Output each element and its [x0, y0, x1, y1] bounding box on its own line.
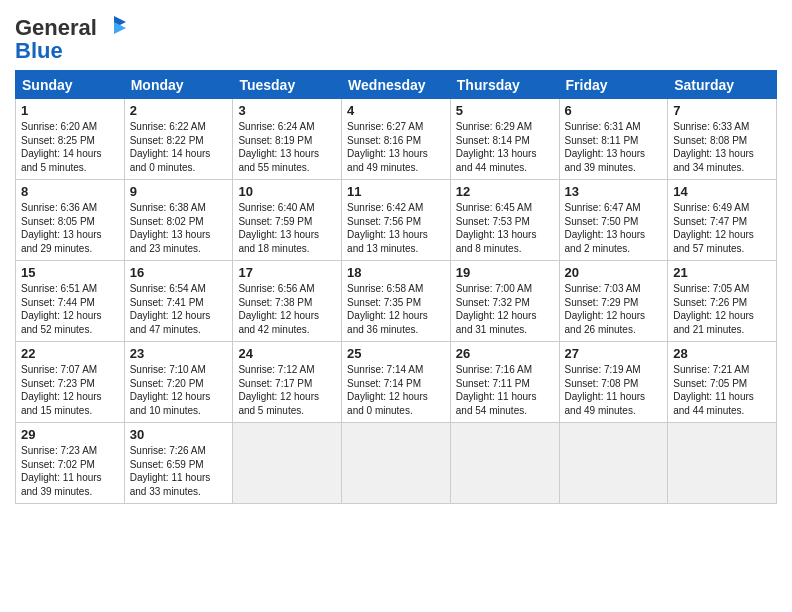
calendar-cell: 6Sunrise: 6:31 AMSunset: 8:11 PMDaylight… [559, 99, 668, 180]
day-number: 6 [565, 103, 663, 118]
calendar-cell: 3Sunrise: 6:24 AMSunset: 8:19 PMDaylight… [233, 99, 342, 180]
day-info: Sunrise: 7:10 AMSunset: 7:20 PMDaylight:… [130, 363, 228, 417]
page-header: General Blue [15, 10, 777, 64]
day-info: Sunrise: 7:07 AMSunset: 7:23 PMDaylight:… [21, 363, 119, 417]
day-number: 22 [21, 346, 119, 361]
calendar-cell: 10Sunrise: 6:40 AMSunset: 7:59 PMDayligh… [233, 180, 342, 261]
calendar-week-5: 29Sunrise: 7:23 AMSunset: 7:02 PMDayligh… [16, 423, 777, 504]
calendar-cell: 8Sunrise: 6:36 AMSunset: 8:05 PMDaylight… [16, 180, 125, 261]
calendar-cell: 1Sunrise: 6:20 AMSunset: 8:25 PMDaylight… [16, 99, 125, 180]
day-number: 21 [673, 265, 771, 280]
calendar-cell: 26Sunrise: 7:16 AMSunset: 7:11 PMDayligh… [450, 342, 559, 423]
day-number: 10 [238, 184, 336, 199]
day-number: 30 [130, 427, 228, 442]
calendar-cell: 16Sunrise: 6:54 AMSunset: 7:41 PMDayligh… [124, 261, 233, 342]
day-info: Sunrise: 7:05 AMSunset: 7:26 PMDaylight:… [673, 282, 771, 336]
calendar-cell: 30Sunrise: 7:26 AMSunset: 6:59 PMDayligh… [124, 423, 233, 504]
calendar-cell [559, 423, 668, 504]
calendar-cell [450, 423, 559, 504]
day-info: Sunrise: 6:33 AMSunset: 8:08 PMDaylight:… [673, 120, 771, 174]
weekday-header-wednesday: Wednesday [342, 71, 451, 99]
weekday-header-thursday: Thursday [450, 71, 559, 99]
calendar-cell: 11Sunrise: 6:42 AMSunset: 7:56 PMDayligh… [342, 180, 451, 261]
weekday-header-friday: Friday [559, 71, 668, 99]
day-info: Sunrise: 6:27 AMSunset: 8:16 PMDaylight:… [347, 120, 445, 174]
day-info: Sunrise: 7:00 AMSunset: 7:32 PMDaylight:… [456, 282, 554, 336]
calendar-cell: 7Sunrise: 6:33 AMSunset: 8:08 PMDaylight… [668, 99, 777, 180]
calendar-cell: 15Sunrise: 6:51 AMSunset: 7:44 PMDayligh… [16, 261, 125, 342]
day-info: Sunrise: 6:40 AMSunset: 7:59 PMDaylight:… [238, 201, 336, 255]
day-number: 24 [238, 346, 336, 361]
day-info: Sunrise: 7:16 AMSunset: 7:11 PMDaylight:… [456, 363, 554, 417]
calendar-cell [233, 423, 342, 504]
calendar-week-4: 22Sunrise: 7:07 AMSunset: 7:23 PMDayligh… [16, 342, 777, 423]
day-number: 4 [347, 103, 445, 118]
day-info: Sunrise: 7:12 AMSunset: 7:17 PMDaylight:… [238, 363, 336, 417]
weekday-header-monday: Monday [124, 71, 233, 99]
day-info: Sunrise: 6:47 AMSunset: 7:50 PMDaylight:… [565, 201, 663, 255]
calendar-cell: 14Sunrise: 6:49 AMSunset: 7:47 PMDayligh… [668, 180, 777, 261]
calendar-cell: 9Sunrise: 6:38 AMSunset: 8:02 PMDaylight… [124, 180, 233, 261]
day-info: Sunrise: 6:51 AMSunset: 7:44 PMDaylight:… [21, 282, 119, 336]
logo: General Blue [15, 14, 128, 64]
day-number: 18 [347, 265, 445, 280]
calendar-cell: 20Sunrise: 7:03 AMSunset: 7:29 PMDayligh… [559, 261, 668, 342]
calendar-table: SundayMondayTuesdayWednesdayThursdayFrid… [15, 70, 777, 504]
day-info: Sunrise: 6:20 AMSunset: 8:25 PMDaylight:… [21, 120, 119, 174]
calendar-cell: 22Sunrise: 7:07 AMSunset: 7:23 PMDayligh… [16, 342, 125, 423]
day-number: 5 [456, 103, 554, 118]
day-info: Sunrise: 6:54 AMSunset: 7:41 PMDaylight:… [130, 282, 228, 336]
calendar-cell: 29Sunrise: 7:23 AMSunset: 7:02 PMDayligh… [16, 423, 125, 504]
logo-flag-icon [100, 14, 128, 42]
day-number: 19 [456, 265, 554, 280]
calendar-cell [668, 423, 777, 504]
day-number: 16 [130, 265, 228, 280]
day-info: Sunrise: 6:36 AMSunset: 8:05 PMDaylight:… [21, 201, 119, 255]
day-number: 7 [673, 103, 771, 118]
calendar-cell: 5Sunrise: 6:29 AMSunset: 8:14 PMDaylight… [450, 99, 559, 180]
day-info: Sunrise: 6:31 AMSunset: 8:11 PMDaylight:… [565, 120, 663, 174]
day-info: Sunrise: 6:58 AMSunset: 7:35 PMDaylight:… [347, 282, 445, 336]
calendar-cell: 24Sunrise: 7:12 AMSunset: 7:17 PMDayligh… [233, 342, 342, 423]
day-info: Sunrise: 7:03 AMSunset: 7:29 PMDaylight:… [565, 282, 663, 336]
calendar-week-1: 1Sunrise: 6:20 AMSunset: 8:25 PMDaylight… [16, 99, 777, 180]
day-info: Sunrise: 6:22 AMSunset: 8:22 PMDaylight:… [130, 120, 228, 174]
day-number: 2 [130, 103, 228, 118]
weekday-header-saturday: Saturday [668, 71, 777, 99]
day-number: 15 [21, 265, 119, 280]
day-number: 12 [456, 184, 554, 199]
day-number: 27 [565, 346, 663, 361]
day-info: Sunrise: 6:56 AMSunset: 7:38 PMDaylight:… [238, 282, 336, 336]
day-info: Sunrise: 7:19 AMSunset: 7:08 PMDaylight:… [565, 363, 663, 417]
day-number: 11 [347, 184, 445, 199]
day-number: 8 [21, 184, 119, 199]
day-info: Sunrise: 7:14 AMSunset: 7:14 PMDaylight:… [347, 363, 445, 417]
day-number: 17 [238, 265, 336, 280]
weekday-header-sunday: Sunday [16, 71, 125, 99]
day-number: 13 [565, 184, 663, 199]
calendar-cell: 28Sunrise: 7:21 AMSunset: 7:05 PMDayligh… [668, 342, 777, 423]
day-number: 28 [673, 346, 771, 361]
day-number: 14 [673, 184, 771, 199]
calendar-cell: 23Sunrise: 7:10 AMSunset: 7:20 PMDayligh… [124, 342, 233, 423]
day-info: Sunrise: 7:26 AMSunset: 6:59 PMDaylight:… [130, 444, 228, 498]
day-info: Sunrise: 6:29 AMSunset: 8:14 PMDaylight:… [456, 120, 554, 174]
calendar-cell: 17Sunrise: 6:56 AMSunset: 7:38 PMDayligh… [233, 261, 342, 342]
calendar-cell: 27Sunrise: 7:19 AMSunset: 7:08 PMDayligh… [559, 342, 668, 423]
calendar-cell: 13Sunrise: 6:47 AMSunset: 7:50 PMDayligh… [559, 180, 668, 261]
day-number: 3 [238, 103, 336, 118]
calendar-cell: 4Sunrise: 6:27 AMSunset: 8:16 PMDaylight… [342, 99, 451, 180]
calendar-cell: 19Sunrise: 7:00 AMSunset: 7:32 PMDayligh… [450, 261, 559, 342]
day-info: Sunrise: 6:24 AMSunset: 8:19 PMDaylight:… [238, 120, 336, 174]
day-number: 1 [21, 103, 119, 118]
day-info: Sunrise: 7:23 AMSunset: 7:02 PMDaylight:… [21, 444, 119, 498]
day-info: Sunrise: 6:42 AMSunset: 7:56 PMDaylight:… [347, 201, 445, 255]
calendar-cell [342, 423, 451, 504]
calendar-week-3: 15Sunrise: 6:51 AMSunset: 7:44 PMDayligh… [16, 261, 777, 342]
day-info: Sunrise: 7:21 AMSunset: 7:05 PMDaylight:… [673, 363, 771, 417]
day-number: 29 [21, 427, 119, 442]
calendar-cell: 2Sunrise: 6:22 AMSunset: 8:22 PMDaylight… [124, 99, 233, 180]
calendar-cell: 12Sunrise: 6:45 AMSunset: 7:53 PMDayligh… [450, 180, 559, 261]
day-info: Sunrise: 6:38 AMSunset: 8:02 PMDaylight:… [130, 201, 228, 255]
calendar-cell: 21Sunrise: 7:05 AMSunset: 7:26 PMDayligh… [668, 261, 777, 342]
